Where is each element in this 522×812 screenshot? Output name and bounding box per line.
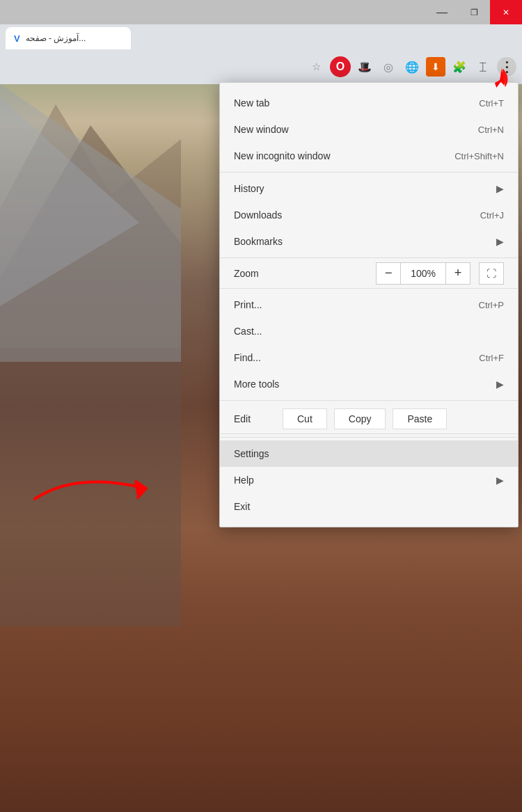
- menu-item-bookmarks[interactable]: Bookmarks ▶: [220, 228, 518, 255]
- cursor-icon[interactable]: ⌶: [473, 57, 493, 77]
- edit-row: Edit Cut Copy Paste: [220, 404, 518, 434]
- maximize-button[interactable]: ❐: [458, 0, 490, 24]
- history-label: History: [234, 183, 489, 194]
- menu-item-settings[interactable]: Settings: [220, 440, 518, 467]
- fullscreen-button[interactable]: ⛶: [479, 262, 504, 285]
- bookmark-star-icon[interactable]: ☆: [306, 57, 326, 77]
- close-button[interactable]: ✕: [490, 0, 522, 24]
- download-icon[interactable]: ⬇: [426, 57, 445, 77]
- browser-tab-active[interactable]: V آموزش - صفحه...: [6, 27, 131, 49]
- print-label: Print...: [234, 299, 451, 310]
- zoom-row: Zoom − 100% + ⛶: [220, 258, 518, 289]
- menu-section-edit: Edit Cut Copy Paste: [220, 401, 518, 438]
- bookmarks-arrow-icon: ▶: [496, 236, 504, 247]
- menu-item-print[interactable]: Print... Ctrl+P: [220, 292, 518, 318]
- menu-item-history[interactable]: History ▶: [220, 175, 518, 202]
- extensions-icon[interactable]: 🧩: [450, 57, 469, 77]
- help-arrow-icon: ▶: [496, 475, 504, 486]
- new-tab-shortcut: Ctrl+T: [479, 98, 504, 109]
- downloads-shortcut: Ctrl+J: [480, 210, 504, 221]
- background-landscape: [0, 0, 181, 626]
- menu-item-exit[interactable]: Exit: [220, 493, 518, 520]
- exit-label: Exit: [234, 501, 504, 512]
- menu-section-tools: Print... Ctrl+P Cast... Find... Ctrl+F M…: [220, 289, 518, 401]
- zoom-minus-button[interactable]: −: [376, 262, 401, 285]
- downloads-label: Downloads: [234, 209, 452, 221]
- opera-icon[interactable]: O: [330, 56, 351, 77]
- bookmarks-label: Bookmarks: [234, 236, 489, 247]
- print-shortcut: Ctrl+P: [479, 300, 504, 310]
- menu-section-new: New tab Ctrl+T New window Ctrl+N New inc…: [220, 87, 518, 173]
- titlebar-buttons: — ❐ ✕: [426, 0, 522, 24]
- menu-item-new-window[interactable]: New window Ctrl+N: [220, 116, 518, 143]
- colored-globe-icon[interactable]: 🌐: [402, 57, 422, 77]
- menu-section-nav: History ▶ Downloads Ctrl+J Bookmarks ▶: [220, 173, 518, 258]
- paste-button[interactable]: Paste: [393, 408, 447, 429]
- menu-item-find[interactable]: Find... Ctrl+F: [220, 344, 518, 371]
- find-label: Find...: [234, 352, 451, 363]
- incognito-label: New incognito window: [234, 150, 427, 161]
- menu-item-new-tab[interactable]: New tab Ctrl+T: [220, 90, 518, 116]
- titlebar: — ❐ ✕: [0, 0, 522, 24]
- chrome-menu: New tab Ctrl+T New window Ctrl+N New inc…: [219, 82, 519, 527]
- tab-favicon: V: [14, 33, 20, 44]
- new-window-label: New window: [234, 124, 450, 135]
- tab-title: آموزش - صفحه...: [26, 33, 86, 43]
- zoom-controls: − 100% +: [376, 262, 470, 285]
- agent-icon[interactable]: 🎩: [355, 57, 374, 77]
- menu-item-downloads[interactable]: Downloads Ctrl+J: [220, 202, 518, 228]
- history-arrow-icon: ▶: [496, 183, 504, 194]
- incognito-shortcut: Ctrl+Shift+N: [454, 151, 504, 161]
- menu-section-settings: Settings Help ▶ Exit: [220, 438, 518, 523]
- zoom-plus-button[interactable]: +: [445, 262, 470, 285]
- settings-label: Settings: [234, 448, 504, 459]
- new-tab-label: New tab: [234, 97, 451, 109]
- new-window-shortcut: Ctrl+N: [478, 125, 504, 135]
- zoom-label: Zoom: [234, 268, 376, 279]
- menu-button[interactable]: ⋮: [497, 57, 516, 77]
- find-shortcut: Ctrl+F: [479, 353, 504, 363]
- menu-item-incognito[interactable]: New incognito window Ctrl+Shift+N: [220, 143, 518, 169]
- menu-item-help[interactable]: Help ▶: [220, 467, 518, 493]
- help-label: Help: [234, 475, 489, 486]
- tabs-bar: V آموزش - صفحه...: [0, 24, 522, 49]
- menu-item-cast[interactable]: Cast...: [220, 318, 518, 344]
- cut-button[interactable]: Cut: [283, 408, 327, 429]
- edit-label: Edit: [234, 413, 276, 424]
- copy-button[interactable]: Copy: [334, 408, 386, 429]
- menu-item-more-tools[interactable]: More tools ▶: [220, 371, 518, 397]
- more-tools-label: More tools: [234, 379, 489, 390]
- more-tools-arrow-icon: ▶: [496, 379, 504, 390]
- globe-icon[interactable]: ◎: [379, 57, 398, 77]
- zoom-value: 100%: [401, 262, 445, 285]
- cast-label: Cast...: [234, 326, 504, 337]
- minimize-button[interactable]: —: [426, 0, 458, 24]
- nav-bar: ☆ O 🎩 ◎ 🌐 ⬇ 🧩 ⌶ ⋮: [0, 49, 522, 84]
